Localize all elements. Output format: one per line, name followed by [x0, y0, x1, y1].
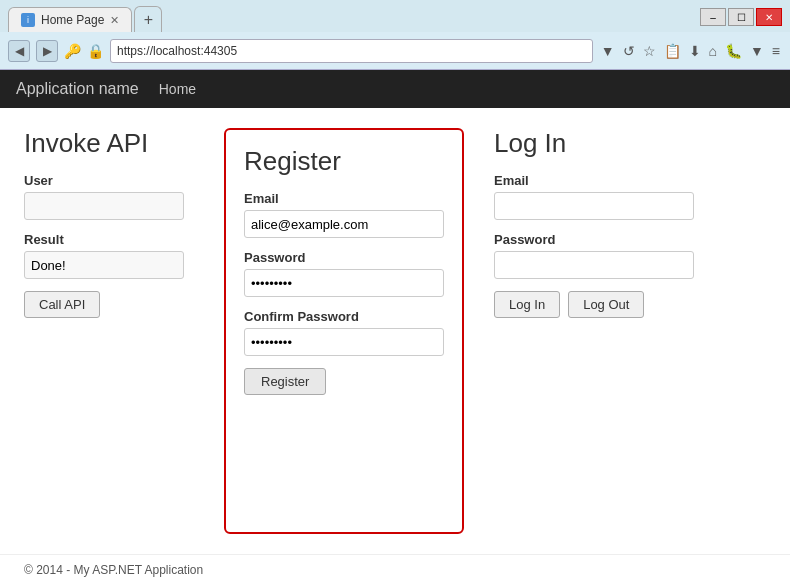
lock-icon: 🔒	[87, 43, 104, 59]
clipboard-icon[interactable]: 📋	[662, 41, 683, 61]
nav-bar: Application name Home	[0, 70, 790, 108]
app-name: Application name	[16, 80, 139, 98]
back-button[interactable]: ◀	[8, 40, 30, 62]
address-bar: ◀ ▶ 🔑 🔒 ▼ ↺ ☆ 📋 ⬇ ⌂ 🐛 ▼ ≡	[0, 32, 790, 70]
invoke-api-section: Invoke API User Result Call API	[24, 128, 224, 534]
invoke-api-title: Invoke API	[24, 128, 204, 159]
register-confirm-input[interactable]	[244, 328, 444, 356]
login-buttons: Log In Log Out	[494, 291, 766, 318]
tab-close-button[interactable]: ✕	[110, 14, 119, 27]
register-email-label: Email	[244, 191, 444, 206]
key-icon: 🔑	[64, 43, 81, 59]
call-api-button[interactable]: Call API	[24, 291, 100, 318]
register-section: Register Email Password Confirm Password…	[224, 128, 464, 534]
register-email-input[interactable]	[244, 210, 444, 238]
login-password-input[interactable]	[494, 251, 694, 279]
footer: © 2014 - My ASP.NET Application	[0, 554, 790, 585]
maximize-button[interactable]: ☐	[728, 8, 754, 26]
content-columns: Invoke API User Result Call API Register…	[24, 128, 766, 534]
close-button[interactable]: ✕	[756, 8, 782, 26]
register-password-input[interactable]	[244, 269, 444, 297]
menu-icon[interactable]: ≡	[770, 41, 782, 61]
browser-tab[interactable]: i Home Page ✕	[8, 7, 132, 32]
title-bar: i Home Page ✕ + – ☐ ✕	[0, 0, 790, 32]
register-password-label: Password	[244, 250, 444, 265]
login-email-input[interactable]	[494, 192, 694, 220]
toolbar-icons: ▼ ↺ ☆ 📋 ⬇ ⌂ 🐛 ▼ ≡	[599, 41, 782, 61]
logout-button[interactable]: Log Out	[568, 291, 644, 318]
browser-window: i Home Page ✕ + – ☐ ✕ ◀ ▶ 🔑 🔒 ▼ ↺ ☆ 📋 ⬇ …	[0, 0, 790, 585]
address-input[interactable]	[110, 39, 593, 63]
user-label: User	[24, 173, 204, 188]
extensions-icon[interactable]: 🐛	[723, 41, 744, 61]
reload-icon[interactable]: ↺	[621, 41, 637, 61]
nav-home-link[interactable]: Home	[159, 81, 196, 97]
login-email-label: Email	[494, 173, 766, 188]
login-password-label: Password	[494, 232, 766, 247]
register-title: Register	[244, 146, 444, 177]
star-icon[interactable]: ☆	[641, 41, 658, 61]
user-input[interactable]	[24, 192, 184, 220]
tab-icon: i	[21, 13, 35, 27]
login-button[interactable]: Log In	[494, 291, 560, 318]
dropdown-icon[interactable]: ▼	[599, 41, 617, 61]
login-section: Log In Email Password Log In Log Out	[484, 128, 766, 534]
new-tab-button[interactable]: +	[134, 6, 162, 32]
result-label: Result	[24, 232, 204, 247]
register-confirm-label: Confirm Password	[244, 309, 444, 324]
main-content: Invoke API User Result Call API Register…	[0, 108, 790, 554]
window-controls: – ☐ ✕	[700, 8, 782, 32]
forward-button[interactable]: ▶	[36, 40, 58, 62]
download-icon[interactable]: ⬇	[687, 41, 703, 61]
home-icon[interactable]: ⌂	[707, 41, 719, 61]
minimize-button[interactable]: –	[700, 8, 726, 26]
tab-title: Home Page	[41, 13, 104, 27]
result-input[interactable]	[24, 251, 184, 279]
footer-text: © 2014 - My ASP.NET Application	[24, 563, 203, 577]
login-title: Log In	[494, 128, 766, 159]
menu-dropdown-icon[interactable]: ▼	[748, 41, 766, 61]
register-button[interactable]: Register	[244, 368, 326, 395]
